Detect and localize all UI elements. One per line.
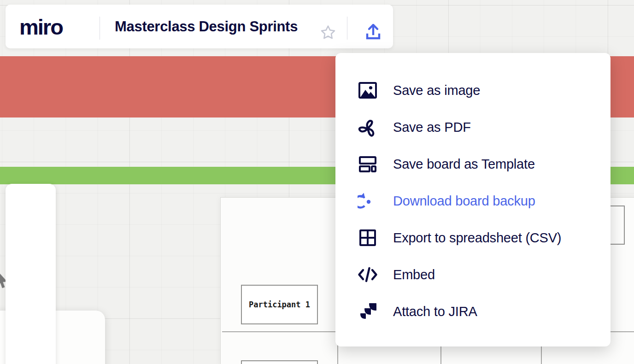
tool-sidebar (6, 184, 56, 364)
participant-box-label: Participant 1 (249, 300, 310, 309)
grid-icon (358, 228, 378, 248)
miro-logo[interactable]: miro (19, 14, 63, 39)
menu-item-label: Embed (393, 267, 435, 282)
menu-item-label: Download board backup (393, 194, 535, 209)
header-divider (100, 17, 100, 40)
menu-item-attach-to-jira[interactable]: Attach to JIRA (335, 293, 611, 330)
menu-item-label: Attach to JIRA (393, 304, 477, 319)
menu-item-label: Save board as Template (393, 157, 535, 172)
participant-box[interactable]: Participant 1 (241, 285, 318, 324)
star-icon[interactable] (320, 25, 336, 40)
restore-icon (358, 191, 378, 211)
menu-item-embed[interactable]: Embed (335, 256, 611, 293)
export-board-icon[interactable] (364, 23, 383, 41)
header-divider (347, 17, 347, 40)
pdf-icon (358, 117, 378, 137)
menu-item-save-as-image[interactable]: Save as image (335, 72, 611, 109)
miro-board-canvas[interactable]: Participant 1 miro Masterclass Desig (0, 0, 634, 364)
menu-item-save-as-pdf[interactable]: Save as PDF (335, 109, 611, 146)
template-icon (358, 154, 378, 174)
menu-item-download-board-backup[interactable]: Download board backup (335, 182, 611, 219)
participant-box-partial[interactable] (241, 360, 318, 364)
menu-item-export-to-spreadsheet-csv[interactable]: Export to spreadsheet (CSV) (335, 219, 611, 256)
menu-item-label: Save as image (393, 83, 480, 98)
jira-icon (358, 301, 378, 322)
menu-item-save-board-as-template[interactable]: Save board as Template (335, 146, 611, 182)
export-menu: Save as image Save as PDF Save board as … (335, 53, 611, 346)
menu-item-label: Export to spreadsheet (CSV) (393, 230, 561, 246)
board-title[interactable]: Masterclass Design Sprints (115, 18, 298, 35)
image-icon (358, 80, 378, 100)
menu-item-label: Save as PDF (393, 120, 471, 135)
board-header: miro Masterclass Design Sprints (6, 5, 393, 48)
code-icon (358, 264, 378, 285)
